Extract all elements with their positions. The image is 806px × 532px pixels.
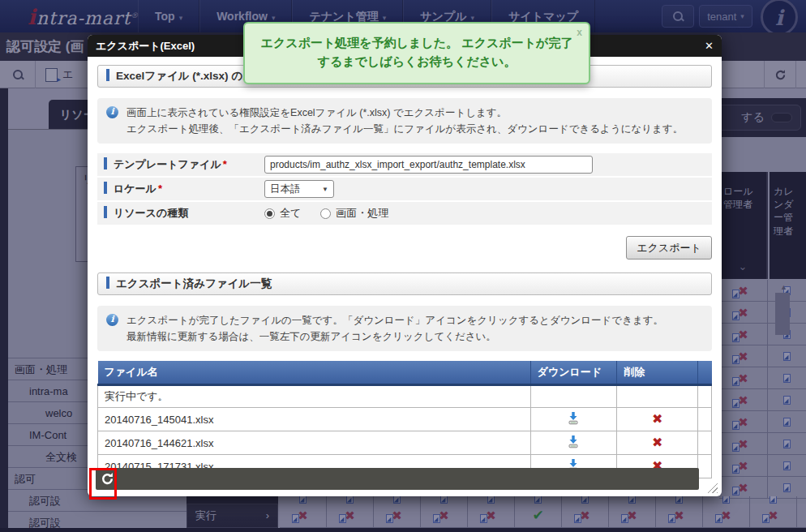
locale-select[interactable]: 日本語▼ [264,180,334,198]
close-icon[interactable]: x [577,25,582,41]
select-arrow-icon: ▼ [322,186,328,193]
template-file-label: テンプレートファイル [114,158,221,170]
radio-option-screen[interactable]: 画面・処理 [320,206,388,221]
accent-bar-icon [106,69,109,81]
screen: intra-mart® Top▾ Workflow▾ テナント管理▾ サンプル▾… [0,0,806,532]
required-mark: * [158,182,162,195]
section-header-file-list: エクスポート済みファイル一覧 [97,272,712,295]
header-download: ダウンロード [530,361,617,385]
info-text: 画面上に表示されている権限設定をExcelファイル (*.xlsx) でエクスポ… [126,105,704,121]
info-text: 最新情報に更新する場合は、一覧左下の更新アイコンをクリックしてください。 [126,328,704,345]
required-mark: * [223,158,227,170]
header-filename: ファイル名 [98,361,531,385]
close-icon[interactable]: ✕ [705,35,714,57]
button-row: エクスポート [97,236,712,260]
info-box-file-list: i エクスポートが完了したファイルの一覧です。「ダウンロード」アイコンをクリック… [97,306,712,351]
dialog-body: Excelファイル (*.xlsx) のエクスポート i 画面上に表示されている… [88,57,722,496]
accent-bar-icon [106,277,109,289]
toast-message: エクスポート処理を予約しました。 エクスポートが完了するまでしばらくお待ちくださ… [261,36,573,68]
download-icon[interactable] [567,435,580,451]
delete-icon[interactable]: ✖ [652,435,662,449]
file-name-cell: 実行中です。 [98,385,531,408]
form-row-resource-type: リソースの種類 全て 画面・処理 [97,202,712,225]
form-row-template: テンプレートファイル* [97,153,712,176]
annotation-highlight-box [89,468,117,500]
file-name-cell: 20140716_145041.xlsx [98,408,531,431]
info-text: エクスポート処理後、「エクスポート済みファイル一覧」にファイルが表示され、ダウン… [126,121,704,137]
header-delete: 削除 [617,361,698,385]
exported-files-table: ファイル名 ダウンロード 削除 実行中です。 20140716_145041 [97,361,712,478]
info-box-export: i 画面上に表示されている権限設定をExcelファイル (*.xlsx) でエク… [97,98,712,144]
dialog-title: エクスポート(Excel) [96,40,195,52]
delete-icon[interactable]: ✖ [652,412,662,426]
header-spacer [697,361,711,385]
download-icon[interactable] [567,411,580,427]
table-row: 20140716_144621.xlsx ✖ [98,431,712,455]
resize-handle[interactable] [705,481,718,493]
accent-bar-icon [104,157,107,169]
table-row: 実行中です。 [98,385,712,408]
accent-bar-icon [104,182,107,194]
table-row: 20140716_145041.xlsx ✖ [98,408,712,431]
table-footer-bar [96,468,699,490]
info-text: エクスポートが完了したファイルの一覧です。「ダウンロード」アイコンをクリックする… [126,312,704,328]
table-header-row: ファイル名 ダウンロード 削除 [98,361,712,385]
template-file-input[interactable] [264,156,593,174]
export-form: テンプレートファイル* ロケール* 日本語▼ リソースの種類 全て 画面・処理 [97,153,712,225]
toast-notification: x エクスポート処理を予約しました。 エクスポートが完了するまでしばらくお待ちく… [243,22,590,84]
file-name-cell: 20140716_144621.xlsx [98,431,531,455]
radio-checked-icon [264,208,275,219]
accent-bar-icon [104,206,107,218]
info-icon: i [106,314,118,326]
info-icon: i [106,106,118,118]
locale-label: ロケール [114,182,156,195]
export-excel-dialog: エクスポート(Excel) ✕ Excelファイル (*.xlsx) のエクスポ… [88,35,722,496]
form-row-locale: ロケール* 日本語▼ [97,178,712,200]
export-button[interactable]: エクスポート [626,236,712,260]
resource-type-label: リソースの種類 [114,207,188,219]
radio-option-all[interactable]: 全て [264,206,301,221]
radio-unchecked-icon [320,208,331,219]
